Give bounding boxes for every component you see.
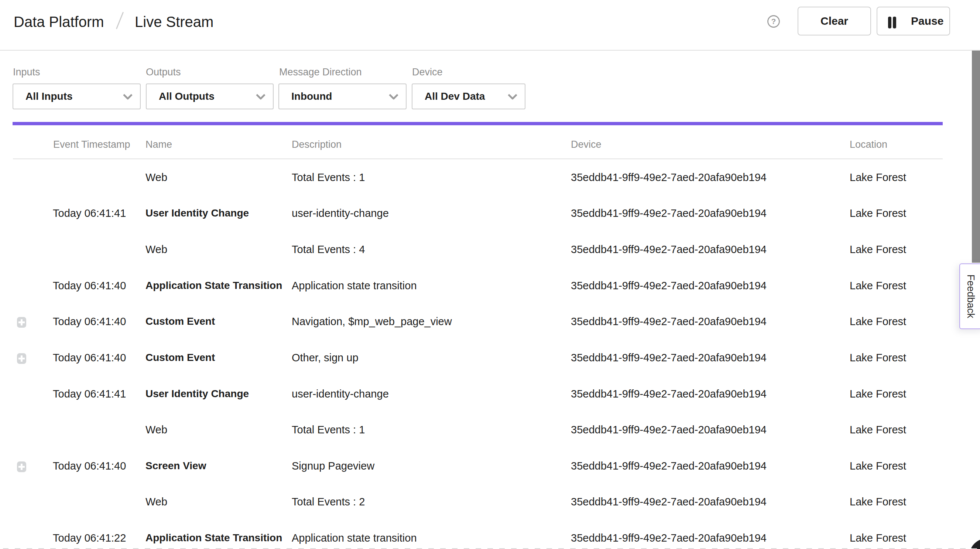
svg-text:?: ?: [772, 17, 776, 26]
